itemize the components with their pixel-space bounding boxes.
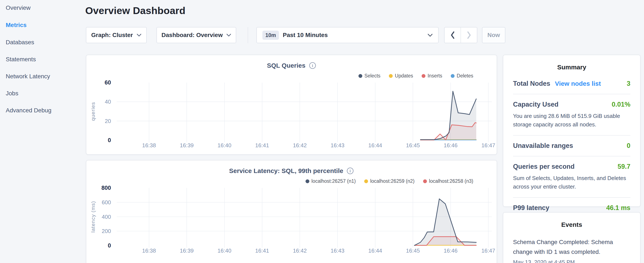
- summary-row-queries-per-second: Queries per second 59.7 Sum of Selects, …: [513, 156, 630, 198]
- svg-text:0: 0: [108, 242, 111, 249]
- summary-row-label: Total Nodes: [513, 80, 550, 87]
- chevron-right-icon: [466, 31, 472, 40]
- summary-row-total-nodes: Total Nodes View nodes list 3: [513, 73, 630, 94]
- summary-row-description: Sum of Selects, Updates, Inserts, and De…: [513, 174, 630, 191]
- time-step-forward-button[interactable]: [461, 28, 477, 43]
- svg-text:latency (ms): latency (ms): [90, 201, 96, 232]
- svg-text:16:41: 16:41: [255, 142, 269, 149]
- svg-text:16:40: 16:40: [218, 142, 231, 149]
- now-button-label: Now: [487, 32, 500, 39]
- svg-text:16:39: 16:39: [180, 247, 194, 254]
- svg-text:16:42: 16:42: [293, 142, 307, 149]
- chevron-left-icon: [450, 31, 456, 40]
- sql-queries-chart-card: SQL Queries i SelectsUpdatesInsertsDelet…: [86, 55, 497, 155]
- summary-row-capacity-used: Capacity Used 0.01% You are using 28.6 M…: [513, 94, 630, 136]
- svg-text:40: 40: [105, 99, 111, 105]
- svg-text:60: 60: [104, 79, 111, 86]
- svg-text:16:40: 16:40: [218, 247, 231, 254]
- controls-divider: [248, 27, 248, 43]
- sidebar-item-statements[interactable]: Statements: [6, 55, 36, 64]
- chevron-down-icon: [137, 34, 142, 37]
- sidebar-item-overview[interactable]: Overview: [6, 3, 30, 13]
- event-message[interactable]: Schema Change Completed: Schema change w…: [513, 237, 630, 257]
- dashboard-dropdown-label: Dashboard: Overview: [162, 32, 223, 39]
- svg-text:16:43: 16:43: [330, 142, 344, 149]
- svg-text:16:47: 16:47: [481, 142, 495, 149]
- graph-dropdown[interactable]: Graph: Cluster: [86, 27, 147, 43]
- summary-row-value: 0: [627, 142, 630, 150]
- service-latency-chart-card: Service Latency: SQL, 99th percentile i …: [86, 160, 497, 263]
- sidebar-item-advanced-debug[interactable]: Advanced Debug: [6, 106, 52, 115]
- svg-text:16:44: 16:44: [368, 247, 382, 254]
- time-step-back-button[interactable]: [444, 28, 461, 43]
- summary-row-label: Capacity Used: [513, 101, 558, 108]
- svg-text:400: 400: [102, 214, 111, 220]
- summary-row-value: 3: [627, 80, 630, 87]
- summary-panel: Summary Total Nodes View nodes list 3 Ca…: [503, 55, 640, 207]
- view-nodes-list-link[interactable]: View nodes list: [555, 80, 601, 87]
- graph-dropdown-label: Graph: Cluster: [91, 32, 133, 39]
- sidebar-item-databases[interactable]: Databases: [6, 38, 34, 47]
- sidebar-item-network-latency[interactable]: Network Latency: [6, 72, 50, 81]
- svg-text:200: 200: [102, 228, 111, 234]
- svg-text:16:44: 16:44: [368, 142, 382, 149]
- now-button[interactable]: Now: [482, 27, 506, 43]
- svg-text:16:38: 16:38: [142, 247, 156, 254]
- time-window-badge: 10m: [262, 31, 279, 40]
- svg-text:20: 20: [105, 118, 111, 124]
- svg-text:800: 800: [102, 185, 111, 191]
- summary-row-value: 0.01%: [612, 101, 630, 108]
- svg-text:16:45: 16:45: [406, 142, 420, 149]
- svg-text:queries: queries: [90, 102, 96, 121]
- chart-plot-area[interactable]: 16:3816:3916:4016:4116:4216:4316:4416:45…: [86, 55, 497, 155]
- svg-text:16:42: 16:42: [293, 247, 307, 254]
- events-title: Events: [503, 212, 640, 228]
- summary-row-label: Queries per second: [513, 163, 574, 170]
- summary-row-unavailable-ranges: Unavailable ranges 0: [513, 136, 630, 156]
- summary-row-label: Unavailable ranges: [513, 142, 573, 150]
- svg-text:600: 600: [102, 199, 111, 205]
- svg-text:16:46: 16:46: [444, 142, 458, 149]
- svg-text:16:45: 16:45: [406, 247, 420, 254]
- summary-title: Summary: [503, 55, 640, 71]
- chevron-down-icon: [226, 34, 231, 37]
- svg-text:16:46: 16:46: [444, 247, 458, 254]
- svg-text:16:38: 16:38: [142, 142, 156, 149]
- svg-text:16:47: 16:47: [481, 247, 495, 254]
- time-step-buttons: [444, 27, 477, 43]
- time-window-label: Past 10 Minutes: [283, 32, 424, 39]
- chart-plot-area[interactable]: 16:3816:3916:4016:4116:4216:4316:4416:45…: [86, 160, 497, 263]
- events-panel: Events Schema Change Completed: Schema c…: [503, 212, 640, 263]
- sidebar-item-jobs[interactable]: Jobs: [6, 89, 18, 98]
- summary-row-value: 46.1 ms: [606, 204, 630, 212]
- summary-row-description: You are using 28.6 MiB of 515.9 GiB usab…: [513, 112, 630, 129]
- svg-text:0: 0: [108, 137, 111, 143]
- sidebar: Overview Metrics Databases Statements Ne…: [0, 0, 86, 263]
- svg-text:16:43: 16:43: [330, 247, 344, 254]
- summary-row-value: 59.7: [618, 163, 630, 170]
- dashboard-dropdown[interactable]: Dashboard: Overview: [156, 27, 236, 43]
- svg-text:16:41: 16:41: [255, 247, 269, 254]
- time-window-selector[interactable]: 10m Past 10 Minutes: [256, 27, 438, 43]
- sidebar-item-metrics[interactable]: Metrics: [6, 20, 26, 30]
- event-timestamp: May 13, 2020 at 4:45 PM: [513, 259, 630, 263]
- chevron-down-icon: [428, 34, 433, 37]
- page-title: Overview Dashboard: [85, 5, 186, 16]
- svg-text:16:39: 16:39: [180, 142, 194, 149]
- controls-bar: Graph: Cluster Dashboard: Overview 10m P…: [86, 27, 532, 43]
- summary-row-label: P99 latency: [513, 204, 550, 212]
